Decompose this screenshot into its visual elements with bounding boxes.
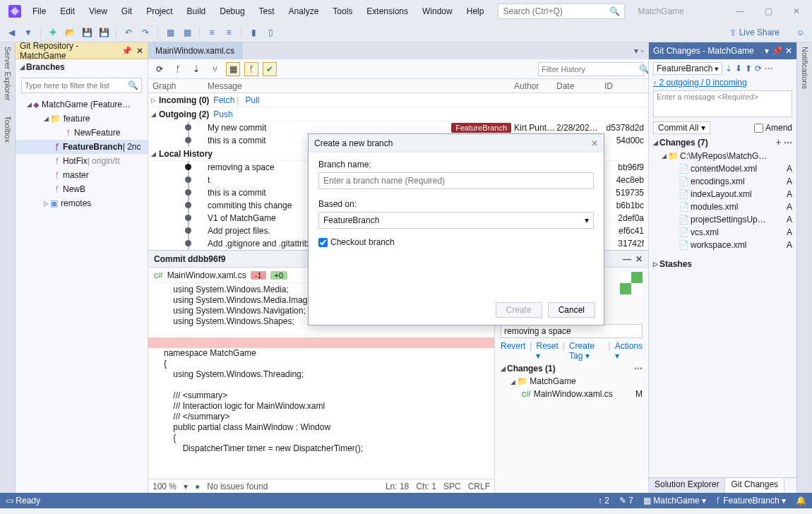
col-message[interactable]: Message xyxy=(208,79,514,92)
quick-search-input[interactable] xyxy=(503,6,609,16)
col-id[interactable]: ID xyxy=(604,79,648,92)
create-button[interactable]: Create xyxy=(496,302,542,318)
outgoing-section[interactable]: ◢Outgoing (2) Push xyxy=(148,107,648,121)
commit-row[interactable]: My new commitFeatureBranchKirt Punt…2/28… xyxy=(148,121,648,134)
filter-history-input[interactable] xyxy=(542,65,639,73)
toggle-id-icon[interactable]: ✔ xyxy=(263,62,277,76)
menu-tools[interactable]: Tools xyxy=(327,4,358,19)
tab-toolbox[interactable]: Toolbox xyxy=(2,114,13,144)
reset-link[interactable]: Reset ▾ xyxy=(536,341,558,361)
sync-icon[interactable]: ⟳ xyxy=(755,64,762,73)
indent-icon[interactable]: ≡ xyxy=(205,25,219,40)
based-on-select[interactable]: FeatureBranch▾ xyxy=(318,212,594,229)
cancel-button[interactable]: Cancel xyxy=(548,302,595,318)
more-icon[interactable]: ⋯ xyxy=(784,138,792,148)
pending-count[interactable]: ✎ 7 xyxy=(619,496,633,506)
new-project-icon[interactable]: ✚ xyxy=(46,25,60,40)
nav-fwd-icon[interactable]: ▼ xyxy=(21,25,35,40)
tree-remotes[interactable]: ▷▣remotes xyxy=(16,196,148,210)
commit-all-button[interactable]: Commit All ▾ xyxy=(653,121,710,134)
tree-feature-folder[interactable]: ◢📁feature xyxy=(16,112,148,126)
menu-edit[interactable]: Edit xyxy=(54,4,80,19)
branch-filter-input[interactable] xyxy=(25,81,128,90)
git-repository-tab[interactable]: Git Repository - MatchGame 📌 ✕ xyxy=(16,42,148,59)
maximize-button[interactable]: ▢ xyxy=(756,4,781,19)
menu-debug[interactable]: Debug xyxy=(214,4,250,19)
amend-checkbox[interactable]: Amend xyxy=(754,123,792,133)
pull-link[interactable]: Pull xyxy=(245,95,259,105)
menu-file[interactable]: File xyxy=(27,4,52,19)
redo-icon[interactable]: ↷ xyxy=(138,25,153,40)
tab-dropdown-icon[interactable]: ▾ xyxy=(634,46,638,56)
feedback-icon[interactable]: ☺ xyxy=(794,25,808,40)
fetch-icon[interactable]: ⇣ xyxy=(189,62,203,76)
incoming-section[interactable]: ▷Incoming (0) Fetch | Pull xyxy=(148,93,648,107)
tab-solution-explorer[interactable]: Solution Explorer xyxy=(649,478,725,493)
changes-section[interactable]: ◢Changes (7)+⋯ xyxy=(649,136,796,150)
commit-message-input[interactable]: Enter a message <Required> xyxy=(653,90,792,117)
close-icon[interactable]: ✕ xyxy=(635,254,643,264)
menu-project[interactable]: Project xyxy=(141,4,178,19)
tool-icon-2[interactable]: ▦ xyxy=(180,25,194,40)
col-date[interactable]: Date xyxy=(556,79,604,92)
tree-hotfix[interactable]: ᚶHotFix | origin/tt xyxy=(16,154,148,168)
uncomment-icon[interactable]: ▯ xyxy=(263,25,277,40)
undo-icon[interactable]: ↶ xyxy=(121,25,136,40)
changed-file[interactable]: 📄 projectSettingsUp…A xyxy=(649,213,796,226)
live-share-button[interactable]: ⇪ Live Share xyxy=(724,26,785,39)
pin-icon[interactable]: 📌 xyxy=(121,46,132,56)
toggle-author-icon[interactable]: ᚶ xyxy=(244,62,258,76)
more-icon[interactable]: ⋯ xyxy=(765,64,773,73)
filter-history[interactable]: 🔍 ▾ xyxy=(538,62,644,76)
refresh-icon[interactable]: ⟳ xyxy=(153,62,167,76)
dropdown-icon[interactable]: ▾ xyxy=(765,46,769,56)
menu-help[interactable]: Help xyxy=(461,4,490,19)
changed-file[interactable]: 📄 modules.xmlA xyxy=(649,201,796,213)
toggle-graph-icon[interactable]: ▦ xyxy=(226,62,240,76)
minimize-button[interactable]: — xyxy=(727,4,753,19)
menu-build[interactable]: Build xyxy=(181,4,212,19)
fetch-icon[interactable]: ⇣ xyxy=(725,64,732,73)
tree-featurebranch[interactable]: ᚶFeatureBranch | 2nc xyxy=(16,140,148,154)
pull-icon[interactable]: ⬇ xyxy=(735,64,742,73)
open-icon[interactable]: 📂 xyxy=(63,25,77,40)
tab-notifications[interactable]: Notifications xyxy=(799,45,811,90)
col-author[interactable]: Author xyxy=(514,79,556,92)
changed-file[interactable]: 📄 encodings.xmlA xyxy=(649,175,796,188)
col-graph[interactable]: Graph xyxy=(148,79,208,92)
menu-window[interactable]: Window xyxy=(417,4,458,19)
dash-icon[interactable]: — xyxy=(623,254,631,264)
push-link[interactable]: Push xyxy=(213,109,232,119)
tab-git-changes[interactable]: Git Changes xyxy=(725,478,784,493)
push-icon[interactable]: ⬆ xyxy=(745,64,752,73)
editor-tab-mainwindow[interactable]: MainWindow.xaml.cs xyxy=(148,42,242,59)
tree-newb[interactable]: ᚶNewB xyxy=(16,182,148,196)
status-branch[interactable]: ᚶ FeatureBranch ▾ xyxy=(716,496,786,506)
merge-icon[interactable]: ⑂ xyxy=(208,62,222,76)
tree-newfeature[interactable]: ᚶNewFeature xyxy=(16,126,148,140)
notification-bell-icon[interactable]: 🔔 xyxy=(796,496,806,506)
checkout-branch-checkbox[interactable]: Checkout branch xyxy=(318,237,594,247)
close-tab-icon[interactable]: ✕ xyxy=(136,46,143,56)
tab-server-explorer[interactable]: Server Explorer xyxy=(2,45,13,102)
changes-root[interactable]: ◢📁 C:\MyRepos\MatchG… xyxy=(649,150,796,162)
actions-link[interactable]: Actions ▾ xyxy=(615,341,643,361)
changed-file[interactable]: 📄 vcs.xmlA xyxy=(649,226,796,239)
comment-icon[interactable]: ▮ xyxy=(246,25,261,40)
quick-search[interactable]: 🔍 xyxy=(498,4,625,19)
stashes-section[interactable]: ▷Stashes xyxy=(649,257,796,271)
window-split-icon[interactable]: ▫ xyxy=(641,46,644,56)
save-all-icon[interactable]: 💾 xyxy=(97,25,111,40)
menu-analyze[interactable]: Analyze xyxy=(283,4,325,19)
close-button[interactable]: ✕ xyxy=(784,4,809,19)
close-icon[interactable]: ✕ xyxy=(785,46,792,56)
sync-link[interactable]: ↑ 2 outgoing / 0 incoming xyxy=(649,78,796,88)
outdent-icon[interactable]: ≡ xyxy=(222,25,236,40)
tree-repo-root[interactable]: ◢◆MatchGame (Feature… xyxy=(16,97,148,112)
stage-icon[interactable]: + xyxy=(776,138,781,148)
menu-git[interactable]: Git xyxy=(116,4,138,19)
nav-back-icon[interactable]: ◀ xyxy=(4,25,18,40)
commit-message-box[interactable]: removing a space xyxy=(501,324,643,338)
branch-icon[interactable]: ᚶ xyxy=(171,62,185,76)
tree-master[interactable]: ᚶmaster xyxy=(16,168,148,182)
